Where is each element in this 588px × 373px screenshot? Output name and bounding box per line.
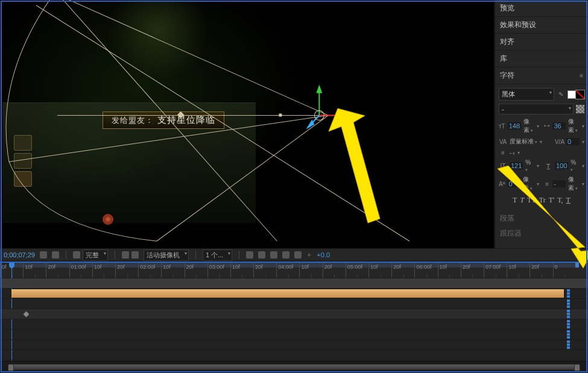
camera-select[interactable]: 活动摄像机 (144, 249, 189, 261)
track-row[interactable] (0, 319, 588, 330)
ruler-tick[interactable]: 10f (438, 263, 461, 278)
guides-icon[interactable] (131, 251, 139, 259)
ruler-tick[interactable]: 03:00f (207, 263, 230, 278)
track-row[interactable] (0, 299, 588, 309)
layer-end-markers[interactable] (566, 289, 571, 298)
region-icon[interactable] (52, 251, 59, 259)
subtitle-prefix: 发给盟友： (112, 116, 154, 125)
ruler-tick[interactable]: 01:00f (69, 263, 92, 278)
3d-view-icon[interactable] (282, 251, 289, 259)
stroke-color-swatch[interactable] (576, 90, 584, 99)
hscale-field[interactable]: 100 (555, 162, 568, 169)
track-row[interactable] (0, 350, 588, 360)
right-panels: 预览 效果和预设 对齐 库 字符 ≡ 黑体 ✎ - (495, 0, 588, 248)
ruler-tick[interactable]: 10f (230, 263, 253, 278)
font-size-field[interactable]: 148 (508, 122, 521, 130)
navigator-zoom-right[interactable] (574, 364, 580, 371)
faux-bold[interactable]: T (513, 196, 517, 205)
all-caps[interactable]: TT (527, 196, 536, 205)
tracking-field[interactable]: 0 (566, 138, 580, 145)
panel-library[interactable]: 库 (495, 51, 588, 67)
superscript[interactable]: T' (549, 196, 555, 205)
navigator-zoom-left[interactable] (8, 364, 14, 371)
color-swatches[interactable] (567, 90, 584, 99)
navigator-bar[interactable] (11, 364, 577, 370)
track-row[interactable] (0, 330, 588, 340)
layer-bar[interactable] (0, 289, 588, 299)
viewer-infobar: 0;00;07;29 完整 活动摄像机 1 个... ✦ +0.0 (0, 248, 588, 262)
panel-menu-icon[interactable]: ≡ (580, 72, 583, 79)
panel-tracker[interactable]: 跟踪器 (499, 226, 584, 241)
ruler-tick[interactable]: 20f (115, 263, 138, 278)
subscript[interactable]: T, (557, 196, 563, 205)
ruler-tick[interactable]: 20f (46, 263, 69, 278)
ruler-tick[interactable]: 10f (92, 263, 115, 278)
view-count-select[interactable]: 1 个... (203, 249, 232, 261)
fast-preview-icon[interactable] (258, 251, 265, 259)
ruler-tick[interactable]: 0 (553, 263, 576, 278)
leading-field[interactable]: 36 (552, 122, 566, 130)
tsume-select[interactable]: - (510, 149, 515, 156)
character-panel: 黑体 ✎ - тT 148 像素 ▾ ⭤ (495, 84, 588, 245)
leading-unit[interactable]: 像素 (568, 118, 580, 134)
panel-character-header[interactable]: 字符 ≡ (495, 67, 588, 84)
kerning-select[interactable]: 度量标准 (510, 137, 537, 146)
faux-italic[interactable]: T (520, 196, 524, 205)
vscale-icon: IT (499, 162, 507, 169)
panel-preview[interactable]: 预览 (495, 0, 588, 17)
keyframe-diamond[interactable] (24, 312, 30, 318)
ruler-tick[interactable]: 20f (391, 263, 414, 278)
small-caps[interactable]: Tr (539, 196, 546, 205)
subtitle-text: 支持星位降临 (157, 114, 215, 125)
ruler-tick[interactable]: 04:00f (276, 263, 299, 278)
time-ruler[interactable]: 0f10f20f01:00f10f20f02:00f10f20f03:00f10… (0, 263, 588, 278)
ruler-tick[interactable]: 05:00f (346, 263, 368, 278)
fill-color-swatch[interactable] (567, 90, 576, 99)
panel-effects[interactable]: 效果和预设 (495, 17, 588, 34)
ruler-tick[interactable]: 20f (461, 263, 484, 278)
scene-slot-3 (14, 171, 32, 187)
ruler-tick[interactable]: 10f (23, 263, 46, 278)
scene-indicator (103, 214, 113, 225)
transparency-swatch[interactable] (576, 105, 584, 113)
track-row[interactable] (0, 278, 588, 289)
current-timecode[interactable]: 0;00;07;29 (4, 251, 35, 259)
composition-viewer[interactable]: 发给盟友：支持星位降临 (0, 0, 495, 248)
font-style-select[interactable]: - (499, 104, 574, 114)
ruler-tick[interactable]: 20f (530, 263, 552, 278)
track-row[interactable] (0, 340, 588, 350)
font-size-icon: тT (499, 122, 505, 130)
resolution-select[interactable]: 完整 (83, 249, 108, 261)
grid-icon[interactable] (122, 251, 129, 259)
ruler-tick[interactable]: 10f (507, 263, 530, 278)
ruler-tick[interactable]: 07:00f (484, 263, 507, 278)
ruler-tick[interactable]: 20f (253, 263, 276, 278)
panel-paragraph[interactable]: 段落 (499, 211, 584, 226)
ruler-tick[interactable]: 10f (368, 263, 391, 278)
ruler-tick[interactable]: 20f (185, 263, 207, 278)
stroke-width-field[interactable]: - (552, 180, 566, 187)
eyedropper-icon[interactable]: ✎ (557, 91, 565, 98)
ruler-tick[interactable]: 06:00f (414, 263, 437, 278)
baseline-icon: Aª (499, 180, 505, 187)
baseline-field[interactable]: 0 (507, 180, 520, 187)
font-family-select[interactable]: 黑体 (499, 88, 554, 101)
snapshot-icon[interactable] (40, 251, 47, 259)
transparency-grid-icon[interactable] (270, 251, 277, 259)
exposure-value[interactable]: +0.0 (317, 251, 330, 259)
vscale-field[interactable]: 121 (510, 162, 523, 169)
timeline-panel[interactable]: 0f10f20f01:00f10f20f02:00f10f20f03:00f10… (0, 262, 588, 373)
ruler-tick[interactable]: 10f (161, 263, 184, 278)
ruler-tick[interactable]: 10f (299, 263, 322, 278)
ruler-tick[interactable]: 20f (323, 263, 346, 278)
panel-align[interactable]: 对齐 (495, 34, 588, 51)
timeline-navigator[interactable] (0, 361, 588, 373)
ruler-tick[interactable]: 02:00f (138, 263, 161, 278)
track-row[interactable] (0, 309, 588, 319)
underline[interactable]: T (566, 196, 571, 205)
render-icon[interactable] (294, 251, 302, 259)
stroke-width-icon: ≡ (544, 180, 550, 187)
pixel-aspect-icon[interactable] (246, 251, 253, 259)
font-size-unit[interactable]: 像素 (523, 118, 535, 134)
scene-slot-2 (14, 153, 32, 169)
